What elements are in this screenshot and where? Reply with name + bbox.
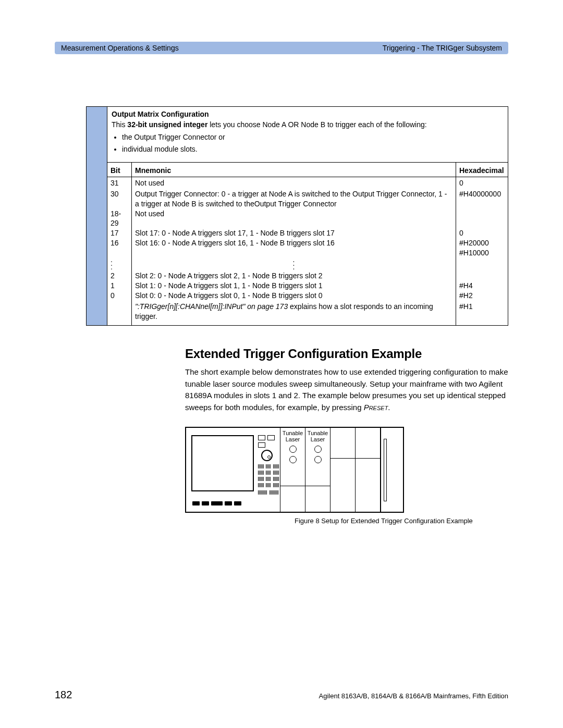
bit-cell: 16 [107, 238, 132, 248]
port-icon [314, 456, 322, 463]
hex-cell [456, 258, 508, 271]
hex-cell: #H40000000 [456, 189, 508, 209]
hex-cell: #H4 [456, 281, 508, 291]
bit-cell [107, 301, 132, 326]
table-side-accent [87, 107, 107, 325]
vertical-dots-icon: ... [132, 258, 456, 271]
slot-empty [356, 428, 381, 512]
hex-cell [456, 271, 508, 281]
mnemonic-cell: Slot 16: 0 - Node A triggers slot 16, 1 … [132, 238, 456, 248]
hex-cell [456, 209, 508, 229]
mnemonic-cell: Slot 2: 0 - Node A triggers slot 2, 1 - … [132, 271, 456, 281]
hex-cell: #H2 [456, 291, 508, 301]
col-header-hex: Hexadecimal [456, 162, 508, 177]
figure-8: TunableLaser TunableLaser Figure 8 Setup… [185, 427, 508, 525]
slot-1: TunableLaser [280, 428, 305, 512]
intro-lead-pre: This [112, 120, 127, 129]
figure-caption: Figure 8 Setup for Extended Trigger Conf… [295, 517, 508, 525]
knob-icon [261, 450, 273, 461]
col-header-mnemonic: Mnemonic [132, 162, 456, 177]
bit-cell: 30 [107, 189, 132, 209]
device-endcap-icon [381, 428, 389, 512]
intro-bullet: individual module slots. [122, 144, 504, 155]
bit-cell: 17 [107, 228, 132, 238]
bit-cell: 0 [107, 291, 132, 301]
mnemonic-cell: Output Trigger Connector: 0 - a trigger … [132, 189, 456, 209]
footer-text: Agilent 8163A/B, 8164A/B & 8166A/B Mainf… [319, 692, 509, 700]
intro-lead: This 32-bit unsigned integer lets you ch… [112, 120, 504, 129]
config-table: Output Matrix Configuration This 32-bit … [86, 106, 508, 326]
mnemonic-cell: Slot 0: 0 - Node A triggers slot 0, 1 - … [132, 291, 456, 301]
device-screen-icon [191, 435, 254, 491]
port-icon [289, 456, 297, 463]
bit-cell: 1 [107, 281, 132, 291]
section-body: The short example below demonstrates how… [185, 366, 508, 413]
intro-title: Output Matrix Configuration [112, 110, 504, 118]
mnemonic-cell: Slot 1: 0 - Node A triggers slot 1, 1 - … [132, 281, 456, 291]
section-extended-trigger: Extended Trigger Configuration Example T… [185, 347, 508, 413]
col-header-bit: Bit [107, 162, 132, 177]
device-illustration: TunableLaser TunableLaser [185, 427, 404, 513]
intro-bullet: the Output Trigger Connector or [122, 132, 504, 143]
bit-cell: 18-29 [107, 209, 132, 229]
page-footer: 182 Agilent 8163A/B, 8164A/B & 8166A/B M… [55, 689, 508, 701]
hex-cell: 0 [456, 177, 508, 189]
section-body-pre: The short example below demonstrates how… [185, 367, 508, 412]
hex-cell: 0 [456, 228, 508, 238]
section-body-preset: Preset [364, 403, 388, 412]
bit-cell: 31 [107, 177, 132, 189]
slot-2: TunableLaser [305, 428, 331, 512]
port-icon [289, 446, 297, 453]
port-icon [314, 446, 322, 453]
mnemonic-ref: ":TRIGger[n][:CHANnel[m]]:INPut" on page… [135, 302, 288, 311]
slot-label: TunableLaser [282, 430, 304, 442]
intro-lead-post: lets you choose Node A OR Node B to trig… [207, 120, 426, 129]
vertical-dots-icon: ... [107, 258, 132, 271]
intro-lead-bold: 32-bit unsigned integer [127, 120, 207, 129]
header-left: Measurement Operations & Settings [61, 44, 179, 52]
intro-block: Output Matrix Configuration This 32-bit … [107, 107, 508, 162]
mnemonic-cell: ":TRIGger[n][:CHANnel[m]]:INPut" on page… [132, 301, 456, 326]
mnemonic-cell: Slot 17: 0 - Node A triggers slot 17, 1 … [132, 228, 456, 238]
slot-label: TunableLaser [307, 430, 329, 442]
hex-cell: #H20000 [456, 238, 508, 248]
mnemonic-cell: Not used [132, 177, 456, 189]
section-body-post: . [388, 403, 390, 412]
hex-cell: #H10000 [456, 248, 508, 258]
slot-empty [331, 428, 356, 512]
bit-cell: 2 [107, 271, 132, 281]
header-right: Triggering - The TRIGger Subsystem [383, 44, 502, 52]
hex-cell: #H1 [456, 301, 508, 326]
section-heading: Extended Trigger Configuration Example [185, 347, 508, 361]
page-number: 182 [55, 689, 72, 701]
page-header: Measurement Operations & Settings Trigge… [55, 42, 508, 54]
mnemonic-cell: Not used [132, 209, 456, 229]
